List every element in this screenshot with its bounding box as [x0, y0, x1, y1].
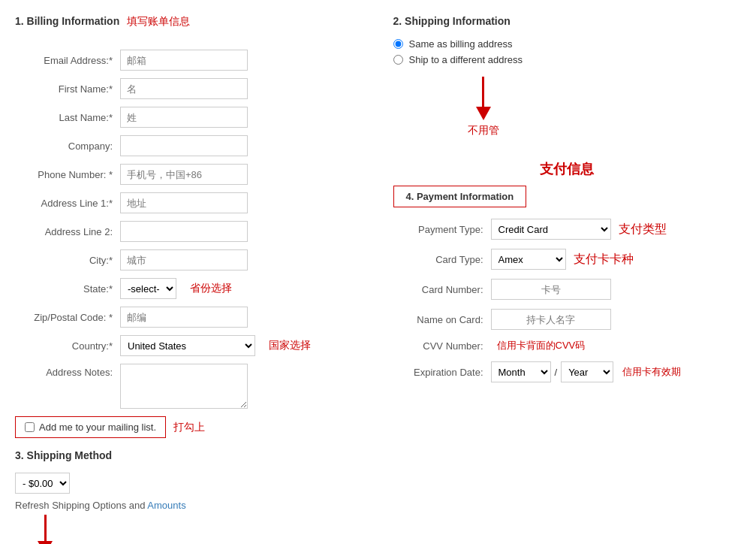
lastname-row: Last Name:* — [15, 107, 363, 128]
mailing-checkbox-container[interactable]: Add me to your mailing list. — [15, 416, 166, 438]
same-address-row: Same as billing address — [393, 38, 742, 50]
zip-row: Zip/Postal Code: * — [15, 307, 363, 328]
state-select[interactable]: -select- — [120, 278, 176, 299]
mailing-row: Add me to your mailing list. 打勾上 — [15, 416, 363, 438]
cvv-label: CVV Number: — [393, 340, 491, 352]
same-address-label: Same as billing address — [409, 38, 513, 50]
payment-type-select[interactable]: Credit Card — [491, 219, 611, 240]
mailing-checkbox[interactable] — [25, 422, 35, 432]
notes-row: Address Notes: — [15, 364, 363, 409]
payment-type-row: Payment Type: Credit Card 支付类型 — [393, 219, 742, 240]
country-chinese: 国家选择 — [269, 339, 311, 352]
billing-section-title: 1. Billing Information — [15, 15, 119, 27]
mailing-label: Add me to your mailing list. — [39, 422, 156, 433]
state-chinese: 省份选择 — [190, 282, 232, 295]
card-number-row: Card Number: — [393, 279, 742, 300]
shipping-method-title: 3. Shipping Method — [15, 449, 363, 461]
email-input[interactable] — [120, 50, 248, 71]
payment-type-chinese: 支付类型 — [619, 222, 667, 237]
exp-year-select[interactable]: Year — [561, 361, 613, 382]
company-input[interactable] — [120, 135, 248, 156]
refresh-text: Refresh Shipping Options and — [15, 500, 145, 511]
address1-label: Address Line 1:* — [15, 198, 120, 209]
payment-chinese-title: 支付信息 — [540, 162, 594, 177]
same-address-radio[interactable] — [393, 39, 403, 49]
mailing-chinese: 打勾上 — [173, 421, 205, 434]
cvv-chinese: 信用卡背面的CVV码 — [497, 339, 586, 352]
zip-input[interactable] — [120, 307, 248, 328]
email-row: Email Address:* — [15, 50, 363, 71]
shipping-method-section: 3. Shipping Method - $0.00 Refresh Shipp… — [15, 449, 363, 544]
exp-month-select[interactable]: Month — [491, 361, 551, 382]
card-type-row: Card Type: Amex 支付卡卡种 — [393, 249, 742, 270]
name-on-card-input[interactable] — [491, 309, 611, 330]
card-type-select[interactable]: Amex — [491, 249, 566, 270]
address1-row: Address Line 1:* — [15, 192, 363, 213]
zip-label: Zip/Postal Code: * — [15, 312, 120, 323]
different-address-label: Ship to a different address — [409, 54, 523, 65]
different-address-row: Ship to a different address — [393, 54, 742, 65]
company-row: Company: — [15, 135, 363, 156]
amounts-link[interactable]: Amounts — [147, 500, 185, 511]
card-type-chinese: 支付卡卡种 — [574, 252, 634, 267]
phone-label: Phone Number: * — [15, 169, 120, 180]
payment-type-label: Payment Type: — [393, 224, 491, 235]
name-on-card-row: Name on Card: — [393, 309, 742, 330]
notes-label: Address Notes: — [15, 364, 120, 378]
city-row: City:* — [15, 249, 363, 270]
payment-section: 支付信息 4. Payment Information Payment Type… — [393, 160, 742, 382]
shipping-select[interactable]: - $0.00 — [15, 473, 70, 494]
billing-chinese-label: 填写账单信息 — [127, 15, 190, 29]
expiration-label: Expiration Date: — [393, 367, 491, 378]
shipping-info-ignore-note: 不用管 — [468, 124, 499, 138]
expiration-row: Expiration Date: Month / Year 信用卡有效期 — [393, 361, 742, 382]
state-label: State:* — [15, 283, 120, 295]
state-row: State:* -select- 省份选择 — [15, 278, 363, 299]
card-type-label: Card Type: — [393, 254, 491, 265]
card-number-input[interactable] — [491, 279, 611, 300]
company-label: Company: — [15, 141, 120, 152]
exp-separator: / — [553, 367, 560, 378]
expiration-chinese: 信用卡有效期 — [622, 365, 681, 379]
shipping-ignore-arrow — [38, 515, 53, 544]
lastname-input[interactable] — [120, 107, 248, 128]
expiration-selects: Month / Year 信用卡有效期 — [491, 361, 682, 382]
lastname-label: Last Name:* — [15, 112, 120, 123]
firstname-input[interactable] — [120, 78, 248, 99]
card-number-label: Card Number: — [393, 284, 491, 295]
phone-input[interactable] — [120, 164, 248, 185]
country-row: Country:* United States 国家选择 — [15, 335, 363, 356]
shipping-info-title: 2. Shipping Information — [393, 15, 742, 27]
cvv-row: CVV Number: 信用卡背面的CVV码 — [393, 339, 742, 352]
city-input[interactable] — [120, 249, 248, 270]
name-on-card-label: Name on Card: — [393, 314, 491, 325]
payment-header-label: 4. Payment Information — [406, 191, 514, 202]
different-address-radio[interactable] — [393, 55, 403, 65]
firstname-row: First Name:* — [15, 78, 363, 99]
address2-row: Address Line 2: — [15, 221, 363, 242]
shipping-info-section: 2. Shipping Information Same as billing … — [393, 15, 742, 138]
address2-label: Address Line 2: — [15, 226, 120, 237]
address1-input[interactable] — [120, 192, 248, 213]
email-label: Email Address:* — [15, 55, 120, 66]
notes-textarea[interactable] — [120, 364, 248, 409]
address2-input[interactable] — [120, 221, 248, 242]
phone-row: Phone Number: * — [15, 164, 363, 185]
shipping-radio-group: Same as billing address Ship to a differ… — [393, 38, 742, 65]
country-label: Country:* — [15, 340, 120, 352]
firstname-label: First Name:* — [15, 83, 120, 95]
country-select[interactable]: United States — [120, 335, 255, 356]
payment-header-button[interactable]: 4. Payment Information — [393, 186, 527, 207]
shipping-dropdown-row: - $0.00 — [15, 473, 363, 494]
city-label: City:* — [15, 255, 120, 266]
